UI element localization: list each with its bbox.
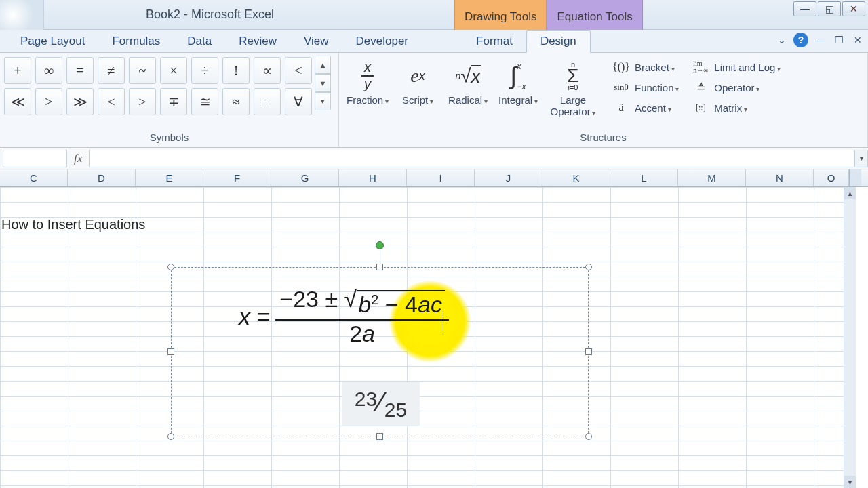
- fx-icon[interactable]: fx: [74, 152, 82, 165]
- tab-format[interactable]: Format: [462, 30, 526, 52]
- title-bar: Book2 - Microsoft Excel Drawing Tools Eq…: [0, 0, 868, 30]
- window-restore-button[interactable]: ◱: [818, 1, 841, 16]
- resize-handle-w[interactable]: [167, 348, 174, 355]
- symbol-much-greater[interactable]: ≫: [66, 88, 94, 115]
- tab-view[interactable]: View: [290, 30, 342, 52]
- col-h[interactable]: H: [339, 169, 407, 186]
- structure-script[interactable]: ex Script: [393, 57, 442, 106]
- structure-radical[interactable]: n√x Radical: [443, 57, 492, 106]
- resize-handle-e[interactable]: [585, 348, 592, 355]
- workbook-close-button[interactable]: ✕: [850, 33, 865, 47]
- symbols-gallery-up[interactable]: ▲: [315, 56, 331, 74]
- col-g[interactable]: G: [271, 169, 339, 186]
- tab-page-layout[interactable]: Page Layout: [7, 30, 98, 52]
- tab-formulas[interactable]: Formulas: [98, 30, 174, 52]
- ribbon: ± ∞ = ≠ ~ × ÷ ! ∝ < ≪ > ≫ ≤ ≥ ∓: [0, 53, 868, 148]
- equation-quadratic[interactable]: x = −23 ± √ b2 − 4ac 2a: [239, 286, 449, 347]
- ribbon-collapse-icon[interactable]: ⌄: [774, 33, 789, 47]
- resize-handle-sw[interactable]: [167, 433, 174, 440]
- col-i[interactable]: I: [407, 169, 475, 186]
- col-c[interactable]: C: [0, 169, 68, 186]
- symbol-greater-equal[interactable]: ≥: [129, 88, 156, 115]
- symbol-plus-minus[interactable]: ±: [4, 57, 31, 84]
- col-e[interactable]: E: [136, 169, 203, 186]
- function-icon: sinθ: [612, 80, 631, 95]
- operator-icon: ≜: [691, 80, 710, 95]
- tab-review[interactable]: Review: [225, 30, 290, 52]
- structure-bracket[interactable]: {()} Bracket: [609, 58, 682, 76]
- structure-matrix[interactable]: [::] Matrix: [688, 99, 783, 117]
- help-button[interactable]: ?: [793, 33, 808, 47]
- resize-handle-se[interactable]: [585, 433, 592, 440]
- structure-integral[interactable]: ∫x−x Integral: [494, 57, 542, 106]
- symbol-congruent[interactable]: ≅: [191, 88, 218, 115]
- symbol-much-less[interactable]: ≪: [4, 88, 31, 115]
- structure-fraction[interactable]: xy Fraction: [343, 57, 392, 106]
- large-operator-icon: nΣi=0: [553, 58, 593, 94]
- name-box[interactable]: [3, 150, 67, 167]
- group-symbols: ± ∞ = ≠ ~ × ÷ ! ∝ < ≪ > ≫ ≤ ≥ ∓: [0, 53, 339, 147]
- symbol-greater-than[interactable]: >: [35, 88, 62, 115]
- bracket-icon: {()}: [612, 60, 631, 75]
- col-n[interactable]: N: [746, 169, 814, 186]
- symbol-forall[interactable]: ∀: [285, 88, 312, 115]
- cell-content: How to Insert Equations: [0, 217, 145, 232]
- structure-operator[interactable]: ≜ Operator: [688, 79, 783, 96]
- symbol-not-equal[interactable]: ≠: [98, 57, 125, 84]
- symbol-multiply[interactable]: ×: [160, 57, 187, 84]
- structure-limit-log[interactable]: limn→∞ Limit and Log: [688, 58, 783, 76]
- symbol-proportional[interactable]: ∝: [254, 57, 281, 84]
- resize-handle-s[interactable]: [376, 433, 383, 440]
- rotation-handle[interactable]: [376, 241, 384, 249]
- matrix-icon: [::]: [691, 100, 710, 115]
- symbol-divide[interactable]: ÷: [191, 57, 218, 84]
- limit-icon: limn→∞: [691, 60, 710, 75]
- symbol-infinity[interactable]: ∞: [35, 57, 62, 84]
- symbol-less-equal[interactable]: ≤: [98, 88, 125, 115]
- equation-fraction-skewed[interactable]: 23⁄25: [342, 382, 420, 426]
- structure-large-operator[interactable]: nΣi=0 Large Operator: [544, 57, 602, 117]
- col-k[interactable]: K: [542, 169, 610, 186]
- tab-design[interactable]: Design: [526, 30, 591, 53]
- formula-input[interactable]: [89, 150, 854, 167]
- symbols-gallery-down[interactable]: ▼: [315, 74, 331, 92]
- symbol-factorial[interactable]: !: [222, 57, 250, 84]
- col-f[interactable]: F: [203, 169, 271, 186]
- symbol-identical[interactable]: ≡: [254, 88, 281, 115]
- scroll-up-icon[interactable]: ▲: [844, 187, 856, 199]
- scroll-down-icon[interactable]: ▼: [844, 476, 856, 488]
- equation-text-box[interactable]: x = −23 ± √ b2 − 4ac 2a: [171, 267, 589, 436]
- col-o[interactable]: O: [814, 169, 849, 186]
- context-tab-equation-tools[interactable]: Equation Tools: [547, 0, 642, 30]
- resize-handle-ne[interactable]: [585, 264, 592, 270]
- col-l[interactable]: L: [610, 169, 678, 186]
- resize-handle-nw[interactable]: [167, 264, 174, 270]
- vertical-scrollbar[interactable]: ▲ ▼: [844, 187, 856, 488]
- workbook-minimize-button[interactable]: —: [812, 33, 827, 47]
- resize-handle-n[interactable]: [376, 264, 383, 270]
- col-m[interactable]: M: [678, 169, 746, 186]
- tab-developer[interactable]: Developer: [342, 30, 422, 52]
- structure-accent[interactable]: ä Accent: [609, 99, 682, 117]
- context-tab-drawing-tools[interactable]: Drawing Tools: [454, 0, 547, 30]
- workbook-restore-button[interactable]: ❐: [831, 33, 846, 47]
- tab-data[interactable]: Data: [174, 30, 225, 52]
- col-j[interactable]: J: [475, 169, 542, 186]
- window-close-button[interactable]: ✕: [842, 1, 865, 16]
- symbols-gallery-more[interactable]: ▾: [315, 92, 331, 110]
- symbol-tilde[interactable]: ~: [129, 57, 156, 84]
- symbol-equals[interactable]: =: [66, 57, 94, 84]
- ribbon-tabs: Page Layout Formulas Data Review View De…: [0, 30, 868, 53]
- column-headers: C D E F G H I J K L M N O: [0, 169, 868, 187]
- symbol-minus-plus[interactable]: ∓: [160, 88, 187, 115]
- group-label-symbols: Symbols: [4, 129, 334, 147]
- window-minimize-button[interactable]: —: [793, 1, 816, 16]
- formula-bar-expand[interactable]: ▾: [854, 150, 868, 167]
- radical-icon: n√x: [448, 58, 488, 94]
- group-structures: xy Fraction ex Script n√x Radical ∫x−x I…: [339, 53, 868, 147]
- symbol-less-than[interactable]: <: [285, 57, 312, 84]
- worksheet-grid[interactable]: How to Insert Equations x = −23 ± √: [0, 187, 856, 488]
- structure-function[interactable]: sinθ Function: [609, 79, 682, 96]
- col-d[interactable]: D: [68, 169, 136, 186]
- symbol-approx[interactable]: ≈: [222, 88, 250, 115]
